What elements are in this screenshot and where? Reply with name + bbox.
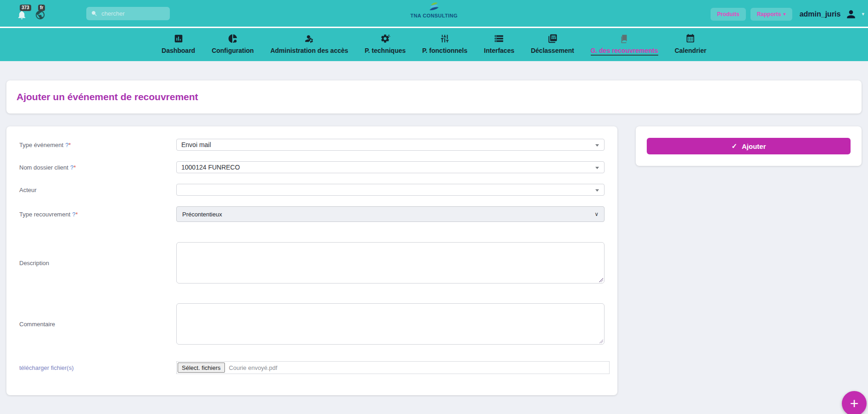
search-placeholder: chercher <box>101 10 125 17</box>
selected-file-name: Courie envoyé.pdf <box>229 364 278 371</box>
tab-label: P. fonctionnels <box>422 47 468 54</box>
search-icon <box>91 10 98 17</box>
page-title-card: Ajouter un événement de recouvrement <box>6 80 862 113</box>
tab-label: G. des recouvrements <box>591 47 658 54</box>
field-label: Acteur <box>19 187 176 193</box>
caret-down-icon <box>595 189 599 192</box>
ajouter-label: Ajouter <box>742 142 766 150</box>
commentaire-textarea[interactable] <box>176 303 605 345</box>
sliders-icon <box>440 34 450 44</box>
required-marker: * <box>68 142 71 148</box>
tab-declassement[interactable]: Déclassement <box>531 28 574 56</box>
notifications-bell[interactable]: 373 <box>17 10 28 21</box>
main-nav: Dashboard Configuration Administration d… <box>0 28 868 61</box>
produits-label: Produits <box>717 11 739 17</box>
label-text: télécharger fichier(s) <box>19 364 74 371</box>
form-row-acteur: Acteur <box>19 184 605 196</box>
label-text: Type événement <box>19 142 63 148</box>
dropdown-value: 1000124 FUNRECO <box>181 164 240 171</box>
rapports-label: Rapports <box>757 11 781 17</box>
tab-administration-des-acces[interactable]: Administration des accès <box>270 28 348 56</box>
top-bar: 373 fr chercher TNA CONSULTING Produits … <box>0 0 868 28</box>
tab-label: P. techniques <box>365 47 406 54</box>
form-row-nom-dossier-client: Nom dossier client?* 1000124 FUNRECO <box>19 161 605 173</box>
tab-label: Calendrier <box>675 47 706 54</box>
caret-down-icon <box>595 167 599 169</box>
select-files-button[interactable]: Sélect. fichiers <box>178 363 225 373</box>
check-icon: ✓ <box>731 142 737 150</box>
type-evenement-dropdown[interactable]: Envoi mail <box>176 139 605 151</box>
select-value: Précontentieux <box>182 211 222 218</box>
language-badge: fr <box>38 5 45 11</box>
actions-card: ✓ Ajouter <box>636 126 862 166</box>
language-globe[interactable]: fr <box>35 10 46 21</box>
leaf-logo-icon <box>426 1 442 12</box>
tab-g-des-recouvrements[interactable]: G. des recouvrements <box>591 28 658 56</box>
bell-icon <box>17 10 27 20</box>
username: admin_juris <box>800 10 841 18</box>
tab-p-techniques[interactable]: P. techniques <box>365 28 406 56</box>
form-row-description: Description <box>19 242 605 284</box>
globe-icon <box>35 10 45 20</box>
tab-dashboard[interactable]: Dashboard <box>162 28 195 56</box>
stacked-table-icon <box>548 34 558 44</box>
field-label: Description <box>19 260 176 267</box>
label-text: Acteur <box>19 187 37 193</box>
rapports-button[interactable]: Rapports ▾ <box>750 8 792 21</box>
produits-button[interactable]: Produits <box>711 8 746 21</box>
tab-label: Configuration <box>212 47 254 54</box>
form-row-commentaire: Commentaire <box>19 303 605 345</box>
required-marker: * <box>76 211 78 218</box>
caret-down-icon <box>595 144 599 147</box>
label-text: Description <box>19 260 49 267</box>
brand-name: TNA CONSULTING <box>410 13 458 18</box>
dropdown-value: Envoi mail <box>181 141 211 148</box>
nom-dossier-client-dropdown[interactable]: 1000124 FUNRECO <box>176 161 605 173</box>
search-input[interactable]: chercher <box>86 7 170 20</box>
field-label: Commentaire <box>19 321 176 328</box>
gear-icon <box>380 34 390 44</box>
field-label: Type recouvrement?* <box>19 211 176 218</box>
tab-configuration[interactable]: Configuration <box>212 28 254 56</box>
form-row-type-evenement: Type événement?* Envoi mail <box>19 139 605 151</box>
tab-p-fonctionnels[interactable]: P. fonctionnels <box>422 28 468 56</box>
chevron-down-icon: ▾ <box>784 11 786 17</box>
event-form-card: Type événement?* Envoi mail Nom dossier … <box>6 126 617 395</box>
add-fab-button[interactable]: + <box>842 391 867 414</box>
field-label: Nom dossier client?* <box>19 164 176 171</box>
acteur-dropdown[interactable] <box>176 184 605 196</box>
help-icon[interactable]: ? <box>72 211 75 218</box>
file-input[interactable]: Sélect. fichiers Courie envoyé.pdf <box>176 361 610 374</box>
tab-calendrier[interactable]: Calendrier <box>675 28 706 56</box>
form-row-telecharger-fichiers: télécharger fichier(s) Sélect. fichiers … <box>19 361 605 374</box>
receipt-document-icon <box>619 34 629 44</box>
page-title: Ajouter un événement de recouvrement <box>17 91 198 102</box>
server-list-icon <box>494 34 504 44</box>
tab-label: Déclassement <box>531 47 574 54</box>
dashboard-chart-icon <box>174 34 184 44</box>
label-text: Type recouvrement <box>19 211 70 218</box>
user-menu-chevron-icon[interactable]: ▾ <box>862 11 864 17</box>
required-marker: * <box>73 164 76 171</box>
pie-gear-icon <box>228 34 238 44</box>
brand-logo: TNA CONSULTING <box>410 1 458 18</box>
label-text: Commentaire <box>19 321 55 328</box>
person-gear-icon <box>304 34 314 44</box>
field-label: télécharger fichier(s) <box>19 364 176 371</box>
description-textarea[interactable] <box>176 242 605 284</box>
type-recouvrement-select[interactable]: Précontentieux ∨ <box>176 206 605 222</box>
tab-label: Administration des accès <box>270 47 348 54</box>
calendar-icon <box>685 34 695 44</box>
ajouter-button[interactable]: ✓ Ajouter <box>647 138 851 154</box>
notifications-count-badge: 373 <box>20 5 31 11</box>
tab-label: Interfaces <box>484 47 514 54</box>
form-row-type-recouvrement: Type recouvrement?* Précontentieux ∨ <box>19 206 605 222</box>
field-label: Type événement?* <box>19 142 176 148</box>
label-text: Nom dossier client <box>19 164 68 171</box>
chevron-down-icon: ∨ <box>594 211 599 217</box>
tab-label: Dashboard <box>162 47 195 54</box>
tab-interfaces[interactable]: Interfaces <box>484 28 514 56</box>
user-avatar-icon[interactable] <box>845 8 857 20</box>
